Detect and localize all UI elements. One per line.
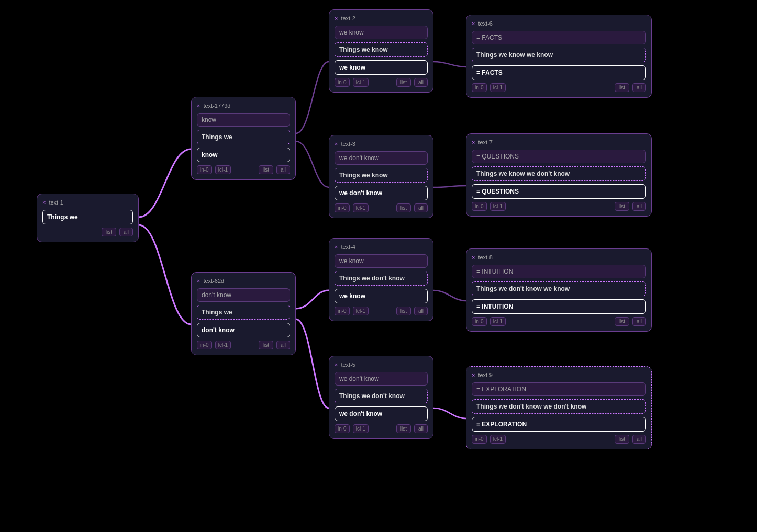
node-text-9: × text-9 Things we don't know we don't k… xyxy=(466,366,652,449)
tag-in0-5: in-0 xyxy=(335,424,350,433)
all-btn-4[interactable]: all xyxy=(414,307,428,315)
all-btn-9[interactable]: all xyxy=(632,435,646,444)
node-text-7: × text-7 Things we know we don't know = … xyxy=(466,133,652,217)
node-footer-3: in-0 lcl-1 list all xyxy=(335,203,428,212)
node-header-7: × text-7 xyxy=(472,139,646,145)
tag-in0-7: in-0 xyxy=(472,202,487,211)
node-solid-label-9: = EXPLORATION xyxy=(472,417,646,432)
tag-in0-3: in-0 xyxy=(335,203,350,212)
close-icon-2[interactable]: × xyxy=(335,15,338,21)
node-text-8: × text-8 Things we don't know we know = … xyxy=(466,248,652,332)
list-btn-8[interactable]: list xyxy=(615,317,629,326)
node-text-4: × text-4 Things we don't know we know in… xyxy=(329,238,433,321)
node-solid-label-7: = QUESTIONS xyxy=(472,184,646,199)
node-footer-7: in-0 lcl-1 list all xyxy=(472,202,646,211)
node-header-5: × text-5 xyxy=(335,361,428,368)
node-dashed-label-9: Things we don't know we don't know xyxy=(472,399,646,414)
node-text-62d: × text-62d Things we don't know in-0 lcl… xyxy=(191,272,296,355)
node-input-4[interactable] xyxy=(335,254,428,268)
list-btn-5[interactable]: list xyxy=(396,424,411,433)
node-id-1779d: text-1779d xyxy=(203,103,230,109)
node-header-1: × text-1 xyxy=(42,199,133,206)
list-btn-9[interactable]: list xyxy=(615,435,629,444)
node-input-8[interactable] xyxy=(472,265,646,278)
close-icon-1779d[interactable]: × xyxy=(197,103,200,109)
close-icon-7[interactable]: × xyxy=(472,139,475,145)
close-icon-6[interactable]: × xyxy=(472,20,475,27)
list-btn-4[interactable]: list xyxy=(396,307,411,315)
node-id-7: text-7 xyxy=(478,139,493,145)
node-input-62d[interactable] xyxy=(197,288,290,302)
tag-lcl-4: lcl-1 xyxy=(353,307,369,315)
node-header-6: × text-6 xyxy=(472,20,646,27)
node-input-1779d[interactable] xyxy=(197,113,290,127)
close-icon-5[interactable]: × xyxy=(335,361,338,368)
node-solid-label-62d: don't know xyxy=(197,323,290,337)
tag-lcl-3: lcl-1 xyxy=(353,203,369,212)
node-dashed-label-6: Things we know we know xyxy=(472,48,646,62)
node-dashed-label-2: Things we know xyxy=(335,42,428,57)
list-btn-7[interactable]: list xyxy=(615,202,629,211)
node-solid-label-1779d: know xyxy=(197,148,290,162)
all-btn-6[interactable]: all xyxy=(632,83,646,92)
node-dashed-label-62d: Things we xyxy=(197,305,290,320)
list-btn-3[interactable]: list xyxy=(396,203,411,212)
node-input-7[interactable] xyxy=(472,150,646,163)
close-icon-9[interactable]: × xyxy=(472,372,475,378)
node-footer-2: in-0 lcl-1 list all xyxy=(335,78,428,87)
close-icon-4[interactable]: × xyxy=(335,244,338,250)
tag-lcl-62d: lcl-1 xyxy=(215,341,231,349)
tag-in0-1779d: in-0 xyxy=(197,165,212,174)
node-input-5[interactable] xyxy=(335,372,428,386)
close-icon-62d[interactable]: × xyxy=(197,278,200,284)
all-btn-5[interactable]: all xyxy=(414,424,428,433)
node-dashed-label-3: Things we know xyxy=(335,168,428,183)
node-id-6: text-6 xyxy=(478,20,493,27)
all-btn-3[interactable]: all xyxy=(414,203,428,212)
tag-in0-6: in-0 xyxy=(472,83,487,92)
node-solid-label-1: Things we xyxy=(42,210,133,224)
node-id-8: text-8 xyxy=(478,254,493,261)
list-btn-2[interactable]: list xyxy=(396,78,411,87)
list-btn-1779d[interactable]: list xyxy=(259,165,273,174)
list-btn-62d[interactable]: list xyxy=(259,341,273,349)
tag-lcl-8: lcl-1 xyxy=(490,317,506,326)
close-icon-3[interactable]: × xyxy=(335,141,338,147)
node-footer-1: list all xyxy=(42,228,133,236)
node-dashed-label-7: Things we know we don't know xyxy=(472,166,646,181)
all-btn-1[interactable]: all xyxy=(119,228,133,236)
node-solid-label-4: we know xyxy=(335,289,428,303)
tag-in0-4: in-0 xyxy=(335,307,350,315)
tag-lcl-6: lcl-1 xyxy=(490,83,506,92)
node-text-3: × text-3 Things we know we don't know in… xyxy=(329,135,433,218)
node-input-6[interactable] xyxy=(472,31,646,44)
node-id-62d: text-62d xyxy=(203,278,224,284)
all-btn-1779d[interactable]: all xyxy=(276,165,290,174)
tag-lcl-1779d: lcl-1 xyxy=(215,165,231,174)
node-input-2[interactable] xyxy=(335,26,428,39)
list-btn-6[interactable]: list xyxy=(615,83,629,92)
node-footer-62d: in-0 lcl-1 list all xyxy=(197,341,290,349)
node-input-9[interactable] xyxy=(472,382,646,396)
node-text-1779d: × text-1779d Things we know in-0 lcl-1 l… xyxy=(191,97,296,180)
all-btn-62d[interactable]: all xyxy=(276,341,290,349)
node-footer-5: in-0 lcl-1 list all xyxy=(335,424,428,433)
node-text-1: × text-1 Things we list all xyxy=(37,194,139,242)
list-btn-1[interactable]: list xyxy=(102,228,116,236)
node-footer-9: in-0 lcl-1 list all xyxy=(472,435,646,444)
all-btn-2[interactable]: all xyxy=(414,78,428,87)
node-header-62d: × text-62d xyxy=(197,278,290,284)
node-header-8: × text-8 xyxy=(472,254,646,261)
tag-lcl-9: lcl-1 xyxy=(490,435,506,444)
node-footer-6: in-0 lcl-1 list all xyxy=(472,83,646,92)
close-icon-8[interactable]: × xyxy=(472,254,475,261)
node-dashed-label-4: Things we don't know xyxy=(335,271,428,286)
tag-lcl-2: lcl-1 xyxy=(353,78,369,87)
all-btn-8[interactable]: all xyxy=(632,317,646,326)
close-icon-1[interactable]: × xyxy=(42,199,46,206)
node-solid-label-2: we know xyxy=(335,60,428,75)
node-id-4: text-4 xyxy=(341,244,355,250)
node-header-4: × text-4 xyxy=(335,244,428,250)
node-input-3[interactable] xyxy=(335,151,428,165)
all-btn-7[interactable]: all xyxy=(632,202,646,211)
